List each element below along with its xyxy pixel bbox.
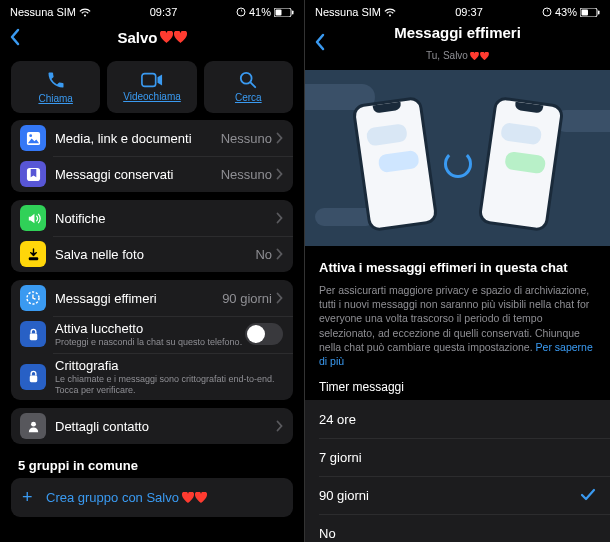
chevron-right-icon	[276, 132, 283, 144]
back-button[interactable]	[313, 32, 327, 52]
kept-label: Messaggi conservati	[55, 167, 221, 182]
svg-rect-16	[582, 9, 589, 15]
chevron-right-icon	[276, 292, 283, 304]
photo-icon	[20, 125, 46, 151]
kept-value: Nessuno	[221, 167, 272, 182]
search-icon	[239, 71, 257, 89]
search-button[interactable]: Cerca	[204, 61, 293, 113]
video-call-button[interactable]: Videochiama	[107, 61, 196, 113]
battery-icon	[274, 8, 294, 17]
encryption-row[interactable]: Crittografia Le chiamate e i messaggi so…	[11, 353, 293, 401]
timer-options: 24 ore 7 giorni 90 giorni No	[305, 400, 610, 542]
navbar: Messaggi effimeri Tu, Salvo	[305, 20, 610, 64]
savephotos-label: Salva nelle foto	[55, 247, 255, 262]
media-row[interactable]: Media, link e documenti Nessuno	[11, 120, 293, 156]
plus-icon: +	[22, 487, 46, 508]
svg-rect-11	[29, 333, 37, 340]
battery-label: 41%	[249, 6, 271, 18]
svg-point-5	[241, 73, 252, 84]
lock-rotation-icon	[542, 7, 552, 17]
svg-point-13	[31, 422, 36, 427]
chevron-left-icon	[8, 27, 22, 47]
wifi-icon	[384, 8, 396, 17]
contact-name: Salvo	[117, 29, 157, 46]
heart-icons	[470, 52, 489, 60]
page-title: Salvo	[0, 29, 304, 46]
phone-contact-info: Nessuna SIM 09:37 41% Salvo Chiama	[0, 0, 305, 542]
svg-point-7	[29, 134, 32, 137]
svg-rect-4	[142, 74, 156, 87]
svg-rect-2	[276, 9, 282, 15]
media-value: Nessuno	[221, 131, 272, 146]
lock-sublabel: Proteggi e nascondi la chat su questo te…	[55, 337, 245, 348]
svg-rect-9	[28, 257, 37, 260]
save-icon	[20, 241, 46, 267]
chat-lock-row[interactable]: Attiva lucchetto Proteggi e nascondi la …	[11, 316, 293, 353]
svg-rect-3	[292, 10, 294, 14]
contact-details-row[interactable]: Dettagli contatto	[11, 408, 293, 444]
ephemeral-row[interactable]: Messaggi effimeri 90 giorni	[11, 280, 293, 316]
kept-messages-row[interactable]: Messaggi conservati Nessuno	[11, 156, 293, 192]
search-label: Cerca	[235, 92, 262, 103]
status-bar: Nessuna SIM 09:37 41%	[0, 0, 304, 20]
notifications-row[interactable]: Notifiche	[11, 200, 293, 236]
ephemeral-label: Messaggi effimeri	[55, 291, 222, 306]
create-group-label: Crea gruppo con Salvo	[46, 490, 207, 505]
crypto-label: Crittografia	[55, 358, 283, 373]
battery-label: 43%	[555, 6, 577, 18]
timer-option-90d[interactable]: 90 giorni	[305, 476, 610, 514]
crypto-sublabel: Le chiamate e i messaggi sono crittograf…	[55, 374, 283, 396]
navbar: Salvo	[0, 20, 304, 54]
details-label: Dettagli contatto	[55, 419, 276, 434]
groups-header: 5 gruppi in comune	[0, 452, 304, 478]
create-group-row[interactable]: + Crea gruppo con Salvo	[11, 478, 293, 517]
lock-rotation-icon	[236, 7, 246, 17]
option-label: 24 ore	[319, 412, 596, 427]
wifi-icon	[79, 8, 91, 17]
chevron-right-icon	[276, 212, 283, 224]
ephemeral-description: Per assicurarti maggiore privacy e spazi…	[305, 283, 610, 380]
lock-label: Attiva lucchetto	[55, 321, 245, 336]
svg-rect-12	[29, 376, 37, 383]
save-photos-row[interactable]: Salva nelle foto No	[11, 236, 293, 272]
chevron-right-icon	[276, 420, 283, 432]
svg-rect-17	[598, 10, 600, 14]
ephemeral-illustration	[305, 70, 610, 246]
status-bar: Nessuna SIM 09:37 43%	[305, 0, 610, 20]
savephotos-value: No	[255, 247, 272, 262]
call-button[interactable]: Chiama	[11, 61, 100, 113]
heart-icons	[182, 492, 207, 503]
encryption-icon	[20, 364, 46, 390]
option-label: 7 giorni	[319, 450, 596, 465]
call-label: Chiama	[38, 93, 72, 104]
person-icon	[20, 413, 46, 439]
chevron-right-icon	[276, 248, 283, 260]
page-subtitle: Tu, Salvo	[305, 50, 610, 61]
bookmark-icon	[20, 161, 46, 187]
timer-header: Timer messaggi	[305, 380, 610, 400]
option-label: 90 giorni	[319, 488, 580, 503]
chevron-left-icon	[313, 32, 327, 52]
timer-option-24h[interactable]: 24 ore	[305, 400, 610, 438]
option-label: No	[319, 526, 596, 541]
timer-option-off[interactable]: No	[305, 514, 610, 542]
phone-ephemeral-settings: Nessuna SIM 09:37 43% Messaggi effimeri …	[305, 0, 610, 542]
battery-icon	[580, 8, 600, 17]
chat-lock-toggle[interactable]	[245, 323, 283, 345]
speaker-icon	[20, 205, 46, 231]
video-icon	[141, 72, 163, 88]
page-title: Messaggi effimeri	[305, 24, 610, 41]
carrier-label: Nessuna SIM	[10, 6, 76, 18]
video-label: Videochiama	[123, 91, 181, 102]
chevron-right-icon	[276, 168, 283, 180]
lock-icon	[20, 321, 46, 347]
back-button[interactable]	[8, 27, 22, 47]
checkmark-icon	[580, 488, 596, 502]
ephemeral-value: 90 giorni	[222, 291, 272, 306]
carrier-label: Nessuna SIM	[315, 6, 381, 18]
media-label: Media, link e documenti	[55, 131, 221, 146]
notifications-label: Notifiche	[55, 211, 276, 226]
timer-option-7d[interactable]: 7 giorni	[305, 438, 610, 476]
timer-icon	[20, 285, 46, 311]
clock-label: 09:37	[455, 6, 483, 18]
